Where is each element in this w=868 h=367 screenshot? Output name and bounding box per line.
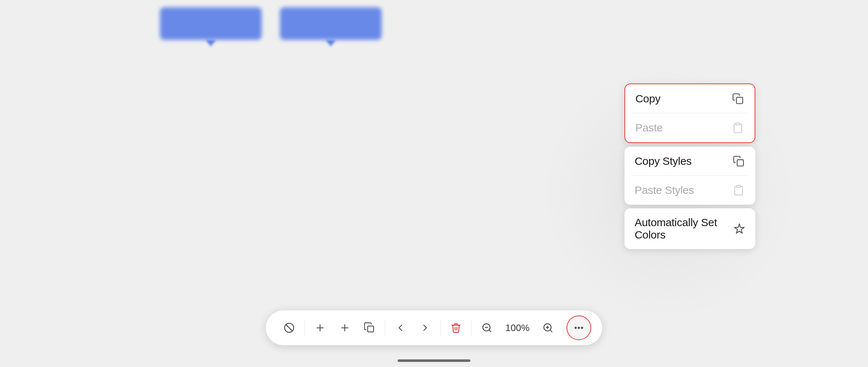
svg-point-18	[575, 327, 576, 329]
paste-styles-icon	[732, 184, 745, 197]
duplicate-button[interactable]	[357, 317, 382, 339]
svg-rect-1	[736, 123, 740, 125]
paste-icon	[731, 121, 744, 134]
copy-icon	[731, 92, 744, 105]
copy-label: Copy	[635, 93, 660, 105]
blurred-nodes-container	[160, 7, 382, 40]
magic-icon	[734, 222, 745, 235]
svg-line-5	[286, 325, 293, 331]
copy-menu-item[interactable]: Copy	[625, 84, 755, 113]
svg-line-15	[550, 330, 552, 332]
delete-button[interactable]	[444, 317, 469, 339]
add-horizontal-button[interactable]	[308, 317, 333, 339]
divider-4	[471, 320, 472, 336]
blurred-block-1	[160, 7, 262, 40]
svg-line-12	[489, 330, 491, 332]
canvas-area: Copy Paste	[0, 0, 868, 367]
paste-menu-item[interactable]: Paste	[625, 113, 755, 142]
toolbar: 100%	[266, 310, 602, 345]
blurred-triangle-1	[206, 40, 216, 46]
context-menu: Copy Paste	[624, 83, 755, 253]
blurred-node-2	[280, 7, 382, 40]
auto-colors-label: Automatically Set Colors	[635, 216, 734, 241]
zoom-in-button[interactable]	[536, 317, 560, 339]
back-button[interactable]	[388, 317, 413, 339]
blurred-node-1	[160, 7, 262, 40]
paste-styles-menu-item[interactable]: Paste Styles	[624, 176, 755, 205]
auto-colors-section: Automatically Set Colors	[624, 208, 755, 249]
paste-label: Paste	[635, 122, 663, 134]
svg-rect-10	[368, 326, 374, 332]
svg-point-20	[581, 327, 583, 329]
select-tool-button[interactable]	[277, 317, 302, 339]
svg-rect-3	[737, 185, 741, 187]
divider-5	[563, 320, 564, 336]
zoom-out-button[interactable]	[475, 317, 499, 339]
paste-styles-label: Paste Styles	[635, 184, 694, 196]
styles-section: Copy Styles Paste Styles	[624, 147, 755, 205]
divider-2	[385, 320, 385, 336]
home-indicator	[398, 359, 470, 362]
zoom-level-display[interactable]: 100%	[499, 317, 536, 339]
forward-button[interactable]	[413, 317, 438, 339]
copy-styles-label: Copy Styles	[635, 155, 692, 167]
add-vertical-button[interactable]	[333, 317, 357, 339]
divider-1	[305, 320, 305, 336]
copy-styles-menu-item[interactable]: Copy Styles	[624, 147, 755, 176]
blurred-triangle-2	[326, 40, 336, 46]
divider-3	[441, 320, 441, 336]
svg-point-19	[578, 327, 580, 329]
auto-colors-menu-item[interactable]: Automatically Set Colors	[624, 208, 755, 249]
blurred-block-2	[280, 7, 382, 40]
more-options-button[interactable]	[567, 315, 591, 340]
zoom-level-label: 100%	[503, 322, 532, 334]
copy-paste-section: Copy Paste	[624, 83, 755, 143]
svg-rect-0	[736, 97, 743, 103]
svg-rect-2	[737, 160, 743, 166]
copy-styles-icon	[732, 155, 745, 168]
